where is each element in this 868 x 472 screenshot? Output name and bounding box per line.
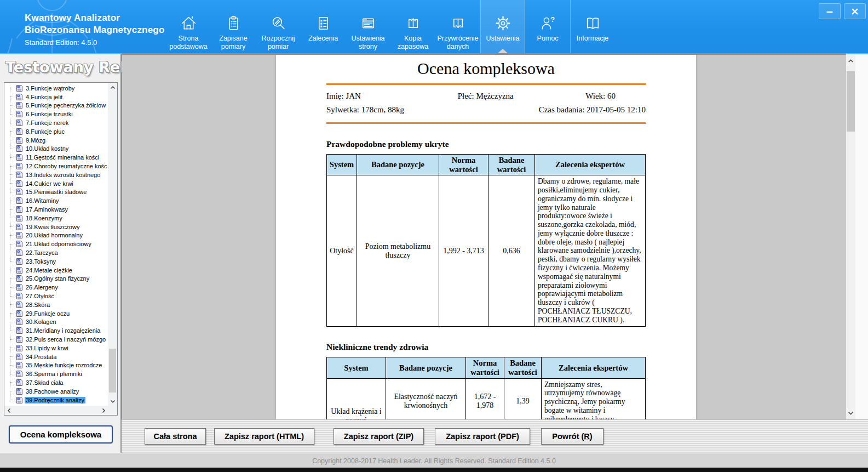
patient-exam-time: Czas badania: 2017-05-05 12:10 — [539, 103, 646, 117]
orange-divider-top — [326, 83, 646, 85]
tree-connector — [10, 278, 15, 279]
open-book-icon — [584, 13, 602, 33]
action-bar: Cała stronaZapisz raport (HTML)Zapisz ra… — [122, 419, 868, 453]
tree-connector — [10, 356, 15, 357]
app-header: Kwantowy Analizator BioRezonansu Magnety… — [0, 0, 868, 54]
tree-item[interactable]: 30.Kolagen — [4, 318, 108, 327]
tree-scrollbar-thumb[interactable] — [109, 349, 116, 393]
tree-item[interactable]: 32.Puls serca i naczyń mózgo — [4, 335, 108, 344]
window-minimize-button[interactable] — [819, 3, 841, 19]
save-zip-button[interactable]: Zapisz raport (ZIP) — [334, 428, 424, 445]
tree-item[interactable]: 39.Podręcznik analizy — [4, 396, 108, 405]
toolbar-item-settings[interactable]: Ustawienia — [480, 0, 525, 53]
tree-vertical-scrollbar[interactable] — [108, 83, 117, 406]
toolbar-item-recommendations[interactable]: Zalecenia — [301, 0, 346, 53]
document-icon — [16, 292, 23, 300]
minimize-icon — [826, 8, 833, 15]
patient-body: Sylwetka: 178cm, 88kg — [326, 103, 433, 117]
tree-item[interactable]: 18.Koenzymy — [4, 214, 108, 223]
back-button[interactable]: Powrót (R) — [541, 428, 603, 445]
tree-item[interactable]: 35.Męskie funkcje rozrodcze — [4, 361, 108, 370]
close-icon — [851, 8, 859, 15]
tree-item[interactable]: 37.Skład ciała — [4, 378, 108, 387]
tree-item[interactable]: 17.Aminokwasy — [4, 205, 108, 214]
tree-item[interactable]: 3.Funkcje wątroby — [4, 84, 108, 93]
tree-item[interactable]: 14.Cukier we krwi — [4, 179, 108, 188]
tree-item[interactable]: 11.Gęstość mineralna kości — [4, 153, 108, 162]
tree-item[interactable]: 36.Sperma i plemniki — [4, 369, 108, 378]
tree-item[interactable]: 24.Metale ciężkie — [4, 266, 108, 275]
scroll-up-arrow-icon[interactable] — [108, 83, 117, 92]
tree-item[interactable]: 26.Alergeny — [4, 283, 108, 292]
toolbar-item-page-settings[interactable]: Ustawienia strony — [346, 0, 390, 53]
tree-item[interactable]: 6.Funkcje trzustki — [4, 110, 108, 118]
tree-connector — [10, 348, 15, 348]
tree-connector — [10, 140, 15, 140]
tree-item-label: 33.Lipidy w krwi — [25, 345, 70, 351]
tree-item[interactable]: 29.Funkcje oczu — [4, 309, 108, 318]
document-icon — [16, 110, 23, 118]
tree-item[interactable]: 31.Meridiany i rozgałęzienia — [4, 326, 108, 335]
toolbar-item-data-restore[interactable]: Przywrócenie danych — [435, 0, 480, 53]
scroll-down-arrow-icon[interactable] — [108, 396, 117, 406]
document-icon — [16, 137, 23, 144]
tree-item[interactable]: 25.Ogólny stan fizyczny — [4, 275, 108, 283]
tree-item[interactable]: 9.Mózg — [4, 136, 108, 145]
tree-item-label: 3.Funkcje wątroby — [25, 85, 76, 92]
tree-item[interactable]: 27.Otyłość — [4, 292, 108, 300]
report-scrollbar-thumb[interactable] — [847, 71, 855, 132]
full-page-button[interactable]: Cała strona — [145, 428, 206, 445]
toolbar-item-home[interactable]: Strona podstawowa — [166, 0, 211, 53]
tree-item[interactable]: 13.Indeks wzrostu kostnego — [4, 170, 108, 179]
orange-divider-bottom — [326, 122, 646, 124]
document-icon — [16, 318, 23, 326]
tree-item[interactable]: 16.Witaminy — [4, 196, 108, 205]
tree-item[interactable]: 21.Układ odpornościowy — [4, 240, 108, 248]
toolbar-item-backup[interactable]: Kopia zapasowa — [390, 0, 435, 53]
scroll-up-arrow-icon[interactable] — [846, 56, 855, 66]
document-icon — [16, 310, 23, 317]
tree-item[interactable]: 10.Układ kostny — [4, 145, 108, 153]
tree-horizontal-scrollbar[interactable] — [4, 406, 108, 415]
scroll-down-arrow-icon[interactable] — [846, 408, 855, 418]
cell-advice: Zmniejszamy stres, utrzymujemy równowagę… — [542, 378, 646, 419]
tree-connector — [10, 382, 15, 383]
scroll-left-arrow-icon[interactable] — [4, 406, 14, 415]
tree-item-label: 26.Alergeny — [25, 284, 59, 291]
save-html-button[interactable]: Zapisz raport (HTML) — [214, 428, 314, 445]
tree-item[interactable]: 20.Układ hormonalny — [4, 231, 108, 240]
tree-item[interactable]: 12.Choroby reumatyczne kośc — [4, 162, 108, 170]
tree-connector — [10, 149, 15, 149]
document-icon — [16, 335, 23, 343]
tree-item[interactable]: 23.Toksyny — [4, 257, 108, 266]
tree-item[interactable]: 4.Funkcja jelit — [4, 93, 108, 101]
toolbar-item-info[interactable]: Informacje — [570, 0, 615, 53]
tree-item[interactable]: 19.Kwas tłuszczowy — [4, 223, 108, 231]
tree-item[interactable]: 28.Skóra — [4, 300, 108, 309]
window-close-button[interactable] — [844, 3, 866, 19]
box-arrow-up-icon — [404, 13, 422, 33]
tree-item[interactable]: 22.Tarczyca — [4, 248, 108, 257]
tree-connector — [10, 253, 15, 253]
report-vertical-scrollbar[interactable] — [846, 55, 855, 419]
toolbar-item-start-measurement[interactable]: Rozpocznij pomiar — [256, 0, 301, 53]
tree-item[interactable]: 15.Pierwiastki śladowe — [4, 188, 108, 197]
scroll-right-arrow-icon[interactable] — [99, 406, 108, 415]
tree-connector — [10, 270, 15, 270]
tree-item[interactable]: 33.Lipidy w krwi — [4, 344, 108, 352]
tree-connector — [10, 391, 15, 391]
tree-item[interactable]: 5.Funkcje pęcherzyka żółciow — [4, 101, 108, 110]
tree-item[interactable]: 34.Prostata — [4, 352, 108, 361]
save-pdf-button[interactable]: Zapisz raport (PDF) — [435, 428, 530, 445]
document-icon — [16, 145, 23, 152]
tree-connector — [10, 209, 15, 210]
document-icon — [16, 249, 23, 257]
tree-item[interactable]: 8.Funkcje płuc — [4, 127, 108, 136]
comprehensive-assessment-button[interactable]: Ocena kompleksowa — [9, 425, 113, 443]
toolbar-item-help[interactable]: ?Pomoc — [525, 0, 570, 53]
tree-item[interactable]: 7.Funkcje nerek — [4, 118, 108, 127]
tree-connector — [10, 313, 15, 314]
tree-item[interactable]: 38.Fachowe analizy — [4, 387, 108, 396]
tree-item-label: 13.Indeks wzrostu kostnego — [25, 172, 101, 178]
toolbar-item-saved-measurements[interactable]: Zapisane pomiary — [211, 0, 256, 53]
